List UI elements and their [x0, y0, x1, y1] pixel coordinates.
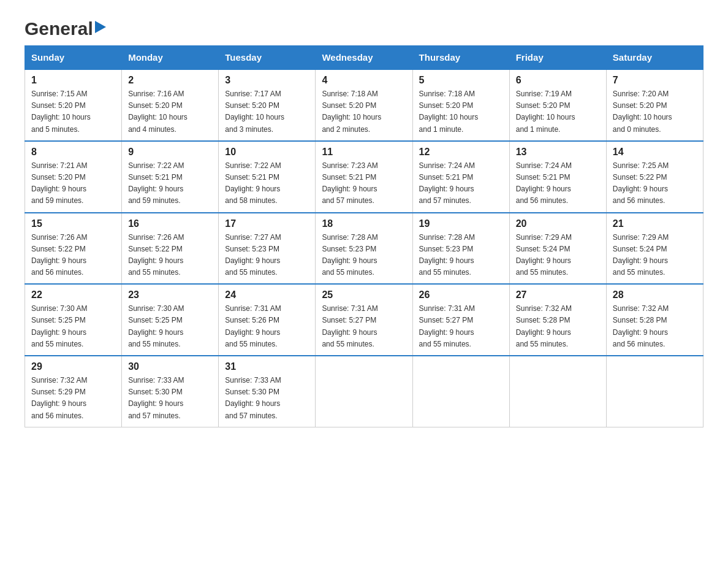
calendar-cell: 8 Sunrise: 7:21 AM Sunset: 5:20 PM Dayli…: [25, 141, 122, 213]
day-info: Sunrise: 7:29 AM Sunset: 5:24 PM Dayligh…: [613, 232, 697, 279]
calendar-week-row: 1 Sunrise: 7:15 AM Sunset: 5:20 PM Dayli…: [25, 69, 703, 141]
day-number: 10: [225, 147, 309, 158]
calendar-cell: 13 Sunrise: 7:24 AM Sunset: 5:21 PM Dayl…: [509, 141, 606, 213]
day-number: 2: [128, 75, 212, 86]
day-number: 28: [613, 289, 697, 301]
day-number: 25: [322, 289, 406, 301]
calendar-cell: 3 Sunrise: 7:17 AM Sunset: 5:20 PM Dayli…: [219, 69, 316, 141]
calendar-header: SundayMondayTuesdayWednesdayThursdayFrid…: [25, 46, 703, 70]
calendar-cell: [606, 356, 703, 427]
calendar-cell: 5 Sunrise: 7:18 AM Sunset: 5:20 PM Dayli…: [412, 69, 509, 141]
calendar-week-row: 15 Sunrise: 7:26 AM Sunset: 5:22 PM Dayl…: [25, 213, 703, 285]
weekday-header-tuesday: Tuesday: [219, 46, 316, 70]
day-number: 31: [225, 361, 309, 372]
weekday-header-monday: Monday: [122, 46, 219, 70]
calendar-cell: 29 Sunrise: 7:32 AM Sunset: 5:29 PM Dayl…: [25, 356, 122, 427]
day-number: 5: [419, 75, 503, 86]
day-info: Sunrise: 7:17 AM Sunset: 5:20 PM Dayligh…: [225, 88, 309, 136]
day-info: Sunrise: 7:26 AM Sunset: 5:22 PM Dayligh…: [31, 232, 115, 279]
calendar-cell: 10 Sunrise: 7:22 AM Sunset: 5:21 PM Dayl…: [219, 141, 316, 213]
calendar-table: SundayMondayTuesdayWednesdayThursdayFrid…: [25, 45, 703, 427]
calendar-cell: 18 Sunrise: 7:28 AM Sunset: 5:23 PM Dayl…: [316, 213, 412, 285]
weekday-header-row: SundayMondayTuesdayWednesdayThursdayFrid…: [25, 46, 703, 70]
day-number: 3: [225, 75, 309, 86]
day-number: 23: [128, 289, 212, 301]
calendar-cell: [316, 356, 412, 427]
day-info: Sunrise: 7:25 AM Sunset: 5:22 PM Dayligh…: [613, 160, 697, 207]
day-info: Sunrise: 7:32 AM Sunset: 5:28 PM Dayligh…: [613, 303, 697, 350]
day-number: 17: [225, 218, 309, 229]
weekday-header-sunday: Sunday: [25, 46, 122, 70]
logo-text: General: [25, 18, 93, 39]
day-info: Sunrise: 7:32 AM Sunset: 5:28 PM Dayligh…: [516, 303, 600, 350]
calendar-cell: 28 Sunrise: 7:32 AM Sunset: 5:28 PM Dayl…: [606, 284, 703, 356]
day-info: Sunrise: 7:19 AM Sunset: 5:20 PM Dayligh…: [516, 88, 600, 136]
day-info: Sunrise: 7:22 AM Sunset: 5:21 PM Dayligh…: [128, 160, 212, 207]
day-number: 19: [419, 218, 503, 229]
day-number: 15: [31, 218, 115, 229]
calendar-cell: 27 Sunrise: 7:32 AM Sunset: 5:28 PM Dayl…: [509, 284, 606, 356]
day-info: Sunrise: 7:28 AM Sunset: 5:23 PM Dayligh…: [322, 232, 406, 279]
weekday-header-saturday: Saturday: [606, 46, 703, 70]
weekday-header-friday: Friday: [509, 46, 606, 70]
calendar-cell: 24 Sunrise: 7:31 AM Sunset: 5:26 PM Dayl…: [219, 284, 316, 356]
day-info: Sunrise: 7:31 AM Sunset: 5:26 PM Dayligh…: [225, 303, 309, 350]
day-number: 18: [322, 218, 406, 229]
weekday-header-thursday: Thursday: [412, 46, 509, 70]
calendar-cell: [509, 356, 606, 427]
day-number: 6: [516, 75, 600, 86]
svg-marker-0: [95, 21, 106, 33]
day-number: 16: [128, 218, 212, 229]
day-info: Sunrise: 7:26 AM Sunset: 5:22 PM Dayligh…: [128, 232, 212, 279]
day-info: Sunrise: 7:33 AM Sunset: 5:30 PM Dayligh…: [225, 375, 309, 422]
day-number: 24: [225, 289, 309, 301]
day-info: Sunrise: 7:24 AM Sunset: 5:21 PM Dayligh…: [516, 160, 600, 207]
day-info: Sunrise: 7:22 AM Sunset: 5:21 PM Dayligh…: [225, 160, 309, 207]
day-number: 4: [322, 75, 406, 86]
day-info: Sunrise: 7:33 AM Sunset: 5:30 PM Dayligh…: [128, 375, 212, 422]
logo-arrow-icon: [95, 21, 106, 33]
calendar-cell: 21 Sunrise: 7:29 AM Sunset: 5:24 PM Dayl…: [606, 213, 703, 285]
calendar-cell: 7 Sunrise: 7:20 AM Sunset: 5:20 PM Dayli…: [606, 69, 703, 141]
day-number: 14: [613, 147, 697, 158]
day-number: 20: [516, 218, 600, 229]
logo: General: [25, 18, 106, 39]
calendar-cell: 26 Sunrise: 7:31 AM Sunset: 5:27 PM Dayl…: [412, 284, 509, 356]
day-number: 8: [31, 147, 115, 158]
day-number: 12: [419, 147, 503, 158]
calendar-cell: 14 Sunrise: 7:25 AM Sunset: 5:22 PM Dayl…: [606, 141, 703, 213]
day-number: 13: [516, 147, 600, 158]
calendar-cell: 4 Sunrise: 7:18 AM Sunset: 5:20 PM Dayli…: [316, 69, 412, 141]
page-header: General: [25, 18, 703, 39]
day-number: 30: [128, 361, 212, 372]
calendar-body: 1 Sunrise: 7:15 AM Sunset: 5:20 PM Dayli…: [25, 69, 703, 427]
calendar-cell: 16 Sunrise: 7:26 AM Sunset: 5:22 PM Dayl…: [122, 213, 219, 285]
calendar-cell: 30 Sunrise: 7:33 AM Sunset: 5:30 PM Dayl…: [122, 356, 219, 427]
day-info: Sunrise: 7:15 AM Sunset: 5:20 PM Dayligh…: [31, 88, 115, 136]
calendar-cell: 17 Sunrise: 7:27 AM Sunset: 5:23 PM Dayl…: [219, 213, 316, 285]
calendar-cell: 25 Sunrise: 7:31 AM Sunset: 5:27 PM Dayl…: [316, 284, 412, 356]
calendar-cell: 20 Sunrise: 7:29 AM Sunset: 5:24 PM Dayl…: [509, 213, 606, 285]
calendar-week-row: 29 Sunrise: 7:32 AM Sunset: 5:29 PM Dayl…: [25, 356, 703, 427]
day-info: Sunrise: 7:31 AM Sunset: 5:27 PM Dayligh…: [322, 303, 406, 350]
calendar-week-row: 8 Sunrise: 7:21 AM Sunset: 5:20 PM Dayli…: [25, 141, 703, 213]
calendar-cell: 11 Sunrise: 7:23 AM Sunset: 5:21 PM Dayl…: [316, 141, 412, 213]
calendar-cell: 2 Sunrise: 7:16 AM Sunset: 5:20 PM Dayli…: [122, 69, 219, 141]
day-info: Sunrise: 7:32 AM Sunset: 5:29 PM Dayligh…: [31, 375, 115, 422]
day-number: 21: [613, 218, 697, 229]
calendar-cell: 15 Sunrise: 7:26 AM Sunset: 5:22 PM Dayl…: [25, 213, 122, 285]
calendar-cell: 12 Sunrise: 7:24 AM Sunset: 5:21 PM Dayl…: [412, 141, 509, 213]
calendar-cell: 22 Sunrise: 7:30 AM Sunset: 5:25 PM Dayl…: [25, 284, 122, 356]
day-number: 9: [128, 147, 212, 158]
day-number: 7: [613, 75, 697, 86]
day-info: Sunrise: 7:28 AM Sunset: 5:23 PM Dayligh…: [419, 232, 503, 279]
day-info: Sunrise: 7:27 AM Sunset: 5:23 PM Dayligh…: [225, 232, 309, 279]
day-info: Sunrise: 7:20 AM Sunset: 5:20 PM Dayligh…: [613, 88, 697, 136]
day-number: 29: [31, 361, 115, 372]
calendar-week-row: 22 Sunrise: 7:30 AM Sunset: 5:25 PM Dayl…: [25, 284, 703, 356]
day-info: Sunrise: 7:31 AM Sunset: 5:27 PM Dayligh…: [419, 303, 503, 350]
day-info: Sunrise: 7:18 AM Sunset: 5:20 PM Dayligh…: [419, 88, 503, 136]
calendar-cell: 9 Sunrise: 7:22 AM Sunset: 5:21 PM Dayli…: [122, 141, 219, 213]
day-number: 26: [419, 289, 503, 301]
calendar-cell: 1 Sunrise: 7:15 AM Sunset: 5:20 PM Dayli…: [25, 69, 122, 141]
